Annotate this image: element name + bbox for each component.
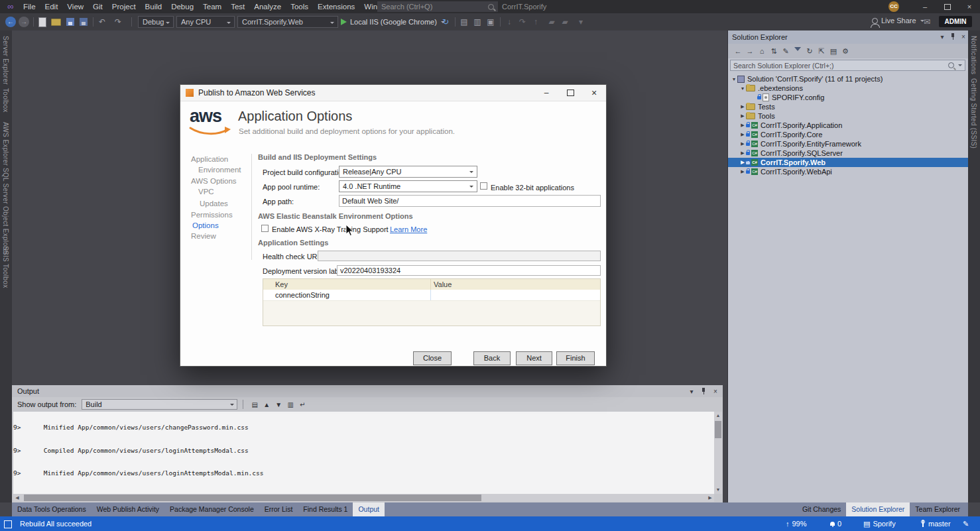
navigate-back-icon[interactable]: ← <box>5 17 16 27</box>
tab-notifications[interactable]: Notifications <box>970 36 977 74</box>
version-input[interactable]: v20220403193324 <box>337 265 601 276</box>
menu-file[interactable]: File <box>19 0 40 13</box>
pencil-icon[interactable]: ✎ <box>780 46 792 56</box>
redo-icon[interactable]: ↷ <box>113 17 123 27</box>
tree-item-sporify-config[interactable]: SPORIFY.config <box>728 93 968 102</box>
wizard-nav-environment[interactable]: Environment <box>198 166 241 174</box>
scroll-down-icon[interactable]: ▼ <box>714 486 722 494</box>
solution-configuration-dropdown[interactable]: Debug <box>138 16 174 28</box>
solution-explorer-search-input[interactable]: Search Solution Explorer (Ctrl+;) <box>730 60 965 71</box>
tree-item-solution[interactable]: ▼ Solution 'CorrIT.Sporify' (11 of 11 pr… <box>728 74 968 84</box>
tree-item-webapi-project[interactable]: ▶ C# CorrIT.Sporify.WebApi <box>728 167 968 176</box>
account-avatar[interactable]: CC <box>888 1 899 12</box>
save-icon[interactable] <box>65 17 76 27</box>
expander-icon[interactable]: ▶ <box>739 123 746 128</box>
menu-git[interactable]: Git <box>88 0 107 13</box>
tree-item-web-project[interactable]: ▶ C# CorrIT.Sporify.Web <box>728 158 968 167</box>
vertical-scrollbar[interactable]: ▲ ▼ <box>714 412 722 494</box>
tree-item-tests[interactable]: ▶ Tests <box>728 102 968 111</box>
tab-package-manager-console[interactable]: Package Manager Console <box>164 502 259 516</box>
properties-icon[interactable]: ⚙ <box>839 46 851 56</box>
menu-tools[interactable]: Tools <box>286 0 313 13</box>
tab-data-tools-operations[interactable]: Data Tools Operations <box>12 502 92 516</box>
tab-getting-started-ssis[interactable]: Getting Started (SSIS) <box>970 78 977 148</box>
table-row[interactable]: connectionString <box>263 290 600 301</box>
expander-icon[interactable]: ▶ <box>739 113 746 119</box>
wizard-nav-permissions[interactable]: Permissions <box>191 211 233 219</box>
go-to-previous-message-icon[interactable]: ▲ <box>261 400 273 410</box>
menu-analyze[interactable]: Analyze <box>249 0 286 13</box>
expander-icon[interactable]: ▶ <box>739 104 746 109</box>
health-check-input[interactable] <box>318 251 601 261</box>
expander-icon[interactable]: ▶ <box>739 141 746 147</box>
scrollbar-thumb[interactable] <box>24 495 481 501</box>
outdent-icon[interactable]: ▰ <box>560 17 570 27</box>
quick-search-box[interactable]: Search (Ctrl+Q) <box>377 1 498 12</box>
close-icon[interactable]: × <box>711 388 720 396</box>
key-column-header[interactable]: Key <box>263 280 430 288</box>
pin-icon[interactable] <box>699 388 708 396</box>
tree-item-entityframework-project[interactable]: ▶ C# CorrIT.Sporify.EntityFramework <box>728 139 968 148</box>
scrollbar-thumb[interactable] <box>715 421 721 438</box>
undo-icon[interactable]: ↶ <box>97 17 107 27</box>
menu-build[interactable]: Build <box>141 0 167 13</box>
new-file-icon[interactable] <box>37 17 48 27</box>
tab-ssis-toolbox[interactable]: SSIS Toolbox <box>2 246 9 288</box>
tab-server-explorer[interactable]: Server Explorer <box>2 36 9 85</box>
navigate-forward-icon[interactable]: → <box>19 17 29 27</box>
tab-web-publish-activity[interactable]: Web Publish Activity <box>92 502 164 516</box>
enable-32bit-checkbox[interactable] <box>480 182 487 190</box>
expander-icon[interactable]: ▼ <box>739 86 746 91</box>
bookmark-icon[interactable]: ▣ <box>485 17 496 27</box>
tab-sql-server-object-explorer[interactable]: SQL Server Object Explorer <box>2 168 9 255</box>
learn-more-link[interactable]: Learn More <box>390 225 427 233</box>
solution-platform-dropdown[interactable]: Any CPU <box>176 16 235 28</box>
refresh-icon[interactable]: ↻ <box>440 17 451 27</box>
menu-test[interactable]: Test <box>226 0 249 13</box>
refresh-icon[interactable]: ↻ <box>804 46 816 56</box>
show-all-files-icon[interactable]: ▤ <box>827 46 839 56</box>
notifications-status[interactable]: 0 <box>830 516 841 531</box>
step-into-icon[interactable]: ↓ <box>504 17 515 27</box>
tree-item-application-project[interactable]: ▶ C# CorrIT.Sporify.Application <box>728 121 968 130</box>
forward-icon[interactable]: → <box>744 46 756 56</box>
tab-aws-explorer[interactable]: AWS Explorer <box>2 122 9 166</box>
expander-icon[interactable]: ▶ <box>739 150 746 156</box>
go-to-next-message-icon[interactable]: ▼ <box>273 400 284 410</box>
tree-item-core-project[interactable]: ▶ C# CorrIT.Sporify.Core <box>728 130 968 139</box>
comment-icon[interactable]: ▥ <box>472 17 483 27</box>
expander-icon[interactable]: ▶ <box>739 169 746 174</box>
next-button[interactable]: Next <box>516 351 552 365</box>
more-tools-icon[interactable]: ▾ <box>576 17 586 27</box>
dialog-minimize-button[interactable]: – <box>534 85 558 101</box>
tab-toolbox[interactable]: Toolbox <box>2 88 9 113</box>
wizard-nav-review[interactable]: Review <box>191 232 216 240</box>
home-icon[interactable]: ⌂ <box>756 46 768 56</box>
expander-icon[interactable]: ▶ <box>739 160 746 165</box>
back-button[interactable]: Back <box>473 351 511 365</box>
scroll-left-icon[interactable]: ◀ <box>13 494 21 502</box>
edit-status[interactable]: ✎ <box>963 516 969 531</box>
scroll-right-icon[interactable]: ▶ <box>706 494 714 502</box>
live-share-button[interactable]: Live Share <box>872 17 924 25</box>
chevron-down-icon[interactable]: ▾ <box>687 388 696 396</box>
close-icon[interactable]: × <box>959 33 968 41</box>
back-icon[interactable]: ← <box>732 46 744 56</box>
wizard-nav-vpc[interactable]: VPC <box>198 188 214 196</box>
save-all-icon[interactable] <box>78 17 89 27</box>
wizard-nav-options[interactable]: Options <box>192 221 219 229</box>
menu-team[interactable]: Team <box>198 0 226 13</box>
finish-button[interactable]: Finish <box>556 351 595 365</box>
tab-team-explorer[interactable]: Team Explorer <box>910 502 965 516</box>
tree-item-ebextensions[interactable]: ▼ .ebextensions <box>728 84 968 93</box>
minimize-button[interactable]: – <box>914 0 936 13</box>
sync-status[interactable]: ↑ 99% <box>786 516 807 531</box>
horizontal-scrollbar[interactable]: ◀ ▶ <box>13 494 714 502</box>
tab-git-changes[interactable]: Git Changes <box>797 502 846 516</box>
expander-icon[interactable]: ▶ <box>739 132 746 137</box>
wizard-nav-updates[interactable]: Updates <box>200 200 228 207</box>
clear-all-icon[interactable]: ▥ <box>284 400 296 410</box>
expander-icon[interactable]: ▼ <box>731 77 737 82</box>
xray-checkbox[interactable] <box>261 225 269 232</box>
toggle-word-wrap-icon[interactable]: ↵ <box>296 400 308 410</box>
